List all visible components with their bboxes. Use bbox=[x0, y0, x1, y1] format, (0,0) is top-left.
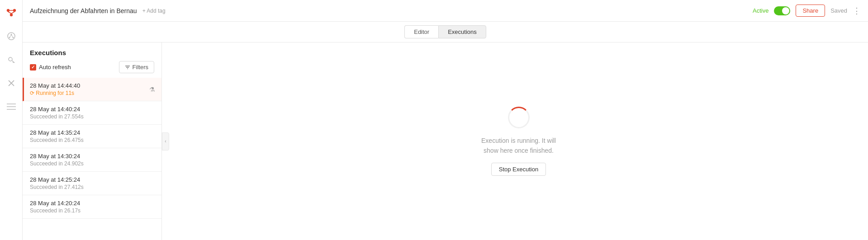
active-toggle[interactable] bbox=[774, 6, 790, 15]
auto-refresh-checkbox[interactable] bbox=[30, 64, 36, 71]
execution-status: Succeeded in 26.17s bbox=[30, 207, 154, 214]
tab-executions[interactable]: Executions bbox=[438, 25, 486, 38]
execution-status: ⟳ Running for 11s bbox=[30, 90, 154, 96]
svg-line-10 bbox=[9, 35, 11, 37]
saved-label: Saved bbox=[830, 7, 847, 14]
svg-point-2 bbox=[10, 14, 13, 16]
svg-point-12 bbox=[9, 57, 12, 61]
sidebar-title: Executions bbox=[30, 49, 66, 56]
execution-status: Succeeded in 26.475s bbox=[30, 137, 154, 143]
share-button[interactable]: Share bbox=[796, 5, 825, 17]
svg-line-5 bbox=[11, 12, 14, 14]
more-options-icon[interactable]: ⋮ bbox=[853, 6, 861, 16]
svg-point-1 bbox=[13, 9, 16, 12]
auto-refresh-toggle[interactable]: Auto refresh bbox=[30, 64, 71, 71]
top-bar: Aufzeichnung der Abfahrten in Bernau + A… bbox=[23, 0, 868, 22]
nav-icon-share[interactable] bbox=[4, 29, 19, 43]
svg-point-0 bbox=[7, 9, 9, 12]
nav-icon-transform[interactable] bbox=[4, 76, 19, 90]
execution-item[interactable]: 28 May at 14:40:24 Succeeded in 27.554s bbox=[23, 101, 161, 125]
execution-main-panel: Execution is running. It will show here … bbox=[169, 42, 868, 240]
svg-line-11 bbox=[11, 35, 13, 37]
svg-point-6 bbox=[8, 33, 15, 40]
execution-time: 28 May at 14:40:24 bbox=[30, 106, 154, 113]
tab-editor[interactable]: Editor bbox=[404, 25, 438, 38]
workflow-title: Aufzeichnung der Abfahrten in Bernau bbox=[30, 7, 137, 14]
execution-time: 28 May at 14:20:24 bbox=[30, 200, 154, 207]
stop-execution-button[interactable]: Stop Execution bbox=[491, 163, 546, 176]
running-icon: ⟳ bbox=[30, 90, 34, 96]
svg-point-7 bbox=[10, 34, 12, 35]
filters-label: Filters bbox=[133, 64, 148, 71]
add-tag-button[interactable]: + Add tag bbox=[142, 8, 166, 14]
active-label: Active bbox=[753, 7, 768, 14]
filters-button[interactable]: Filters bbox=[119, 61, 154, 73]
execution-status: Succeeded in 27.554s bbox=[30, 113, 154, 120]
execution-status: Succeeded in 27.412s bbox=[30, 184, 154, 190]
top-bar-right: Active Share Saved ⋮ bbox=[753, 5, 861, 17]
content-row: Executions Auto refresh Filters bbox=[23, 42, 868, 240]
execution-item[interactable]: 28 May at 14:44:40 ⟳ Running for 11s ⚗ bbox=[23, 78, 161, 101]
svg-point-9 bbox=[12, 37, 14, 38]
execution-time: 28 May at 14:25:24 bbox=[30, 176, 154, 183]
tab-bar: Editor Executions bbox=[23, 22, 868, 42]
sidebar-controls: Auto refresh Filters bbox=[23, 61, 161, 78]
test-tube-icon: ⚗ bbox=[149, 86, 155, 93]
left-nav bbox=[0, 0, 23, 240]
svg-line-4 bbox=[8, 12, 11, 14]
nav-icon-workflow[interactable] bbox=[4, 5, 19, 20]
svg-point-8 bbox=[9, 37, 10, 38]
loading-spinner bbox=[508, 107, 530, 128]
execution-time: 28 May at 14:44:40 bbox=[30, 82, 154, 89]
execution-item[interactable]: 28 May at 14:30:24 Succeeded in 24.902s bbox=[23, 148, 161, 172]
execution-item[interactable]: 28 May at 14:25:24 Succeeded in 27.412s bbox=[23, 172, 161, 195]
execution-time: 28 May at 14:35:24 bbox=[30, 129, 154, 136]
sidebar-collapse-button[interactable]: ‹ bbox=[162, 132, 169, 151]
sidebar-header: Executions bbox=[23, 42, 161, 61]
nav-icon-key[interactable] bbox=[4, 52, 19, 67]
execution-time: 28 May at 14:30:24 bbox=[30, 153, 154, 160]
executions-sidebar: Executions Auto refresh Filters bbox=[23, 42, 162, 240]
execution-item[interactable]: 28 May at 14:35:24 Succeeded in 26.475s bbox=[23, 125, 161, 148]
main-content: Aufzeichnung der Abfahrten in Bernau + A… bbox=[23, 0, 868, 240]
nav-icon-list[interactable] bbox=[4, 99, 19, 114]
filter-icon bbox=[125, 65, 130, 70]
execution-message: Execution is running. It will show here … bbox=[481, 136, 556, 156]
auto-refresh-label: Auto refresh bbox=[39, 64, 71, 71]
execution-item[interactable]: 28 May at 14:20:24 Succeeded in 26.17s bbox=[23, 195, 161, 219]
execution-list: 28 May at 14:44:40 ⟳ Running for 11s ⚗ 2… bbox=[23, 78, 161, 240]
execution-status: Succeeded in 24.902s bbox=[30, 160, 154, 167]
